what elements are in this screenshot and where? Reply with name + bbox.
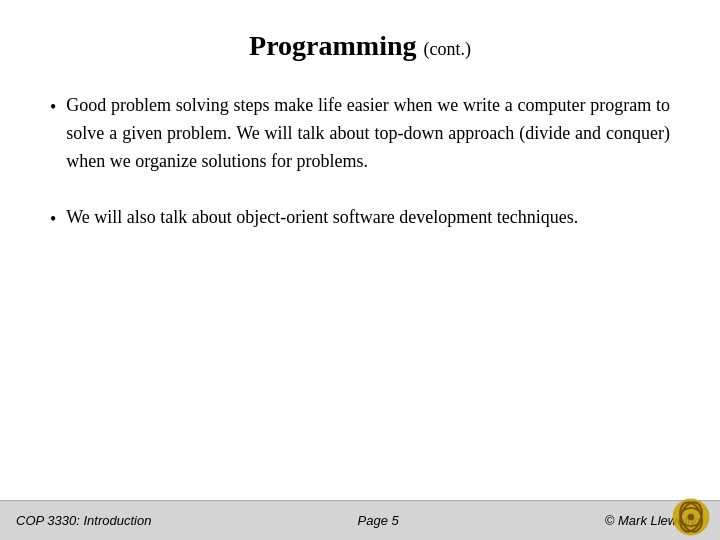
slide-container: Programming (cont.) • Good problem solvi…: [0, 0, 720, 540]
list-item: • We will also talk about object-orient …: [50, 204, 670, 234]
bullet-dot-2: •: [50, 206, 56, 234]
footer-page: Page 5: [358, 513, 399, 528]
slide-title: Programming (cont.): [50, 30, 670, 62]
bullet-text-2: We will also talk about object-orient so…: [66, 204, 670, 232]
bullet-dot-1: •: [50, 94, 56, 122]
slide-content: Programming (cont.) • Good problem solvi…: [0, 0, 720, 500]
footer-course: COP 3330: Introduction: [16, 513, 151, 528]
svg-point-3: [688, 514, 695, 521]
bullet-list: • Good problem solving steps make life e…: [50, 92, 670, 480]
title-main: Programming: [249, 30, 416, 61]
bullet-text-1: Good problem solving steps make life eas…: [66, 92, 670, 176]
list-item: • Good problem solving steps make life e…: [50, 92, 670, 176]
title-cont: (cont.): [423, 39, 470, 59]
footer-logo: [670, 496, 712, 538]
slide-footer: COP 3330: Introduction Page 5 © Mark Lle…: [0, 500, 720, 540]
